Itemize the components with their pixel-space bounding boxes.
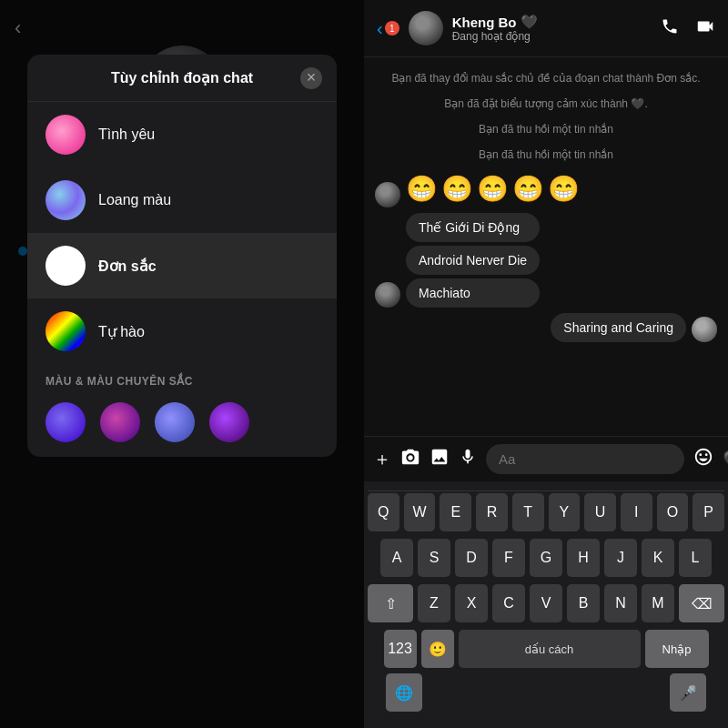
emoji-message-row: 😁 😁 😁 😁 😁 [375,170,717,207]
keyboard-row-2: A S D F G H J K L [368,539,724,577]
key-c[interactable]: C [492,584,525,622]
key-l[interactable]: L [679,539,712,577]
bubble-sharing: Sharing and Caring [551,313,686,342]
key-j[interactable]: J [604,539,637,577]
key-y[interactable]: Y [549,493,581,531]
key-b[interactable]: B [567,584,600,622]
keyboard-bottom-row: 123 🙂 dấu cách Nhập [368,630,724,673]
key-h[interactable]: H [567,539,600,577]
keyboard-bottom-extras: 🌐 🎤 [368,673,724,717]
chat-contact-name: Kheng Bo 🖤 [452,14,652,30]
key-z[interactable]: Z [418,584,450,622]
keyboard-row-3: ⇧ Z X C V B N M ⌫ [368,584,724,622]
key-x[interactable]: X [455,584,488,622]
theme-label-don-sac: Đơn sắc [98,258,157,275]
key-a[interactable]: A [380,539,413,577]
theme-circle-don-sac [46,246,86,286]
theme-circle-love [46,115,86,155]
mic-icon[interactable] [459,448,477,470]
theme-modal: Tùy chỉnh đoạn chat × Tình yêu Loang màu… [27,55,337,457]
key-k[interactable]: K [642,539,674,577]
emoji-row: 😁 😁 😁 😁 😁 [406,170,580,207]
message-input[interactable] [486,444,684,474]
swatch-4[interactable] [209,402,249,442]
heart-icon[interactable]: 🖤 [723,449,728,470]
bubble-group-row: Thế Giới Di Động Android Nerver Die Mach… [375,213,717,308]
key-d[interactable]: D [455,539,488,577]
system-msg-2: Bạn đã đặt biểu tượng cảm xúc thành 🖤. [375,94,717,114]
key-e[interactable]: E [440,493,471,531]
swatch-2[interactable] [100,402,140,442]
modal-close-button[interactable]: × [300,67,322,89]
modal-title: Tùy chỉnh đoạn chat [111,69,253,86]
microphone-kb-key[interactable]: 🎤 [670,673,706,712]
key-r[interactable]: R [476,493,508,531]
input-bar: ＋ 🖤 [364,436,728,481]
key-v[interactable]: V [530,584,562,622]
video-button[interactable] [695,16,715,41]
theme-label-tinh-yeu: Tình yêu [98,126,155,143]
keyboard-row-1: Q W E R T Y U I O P [368,493,724,531]
theme-option-don-sac[interactable]: Đơn sắc [27,233,337,298]
key-i[interactable]: I [621,493,652,531]
bubble-1: Thế Giới Di Động [406,213,540,242]
emoji-picker-icon[interactable] [693,447,713,471]
receiver-avatar [692,317,717,342]
phone-button[interactable] [661,17,679,40]
system-msg-1: Bạn đã thay đổi màu sắc chủ đề của đoạn … [375,68,717,88]
bubble-2: Android Nerver Die [406,246,540,275]
messages-area: Bạn đã thay đổi màu sắc chủ đề của đoạn … [364,57,728,436]
space-key[interactable]: dấu cách [459,630,641,668]
color-section-label: MÀU & MÀU CHUYÊN SẮC [27,364,337,395]
chat-header-actions [661,16,715,41]
key-t[interactable]: T [512,493,544,531]
image-icon[interactable] [430,447,450,471]
key-n[interactable]: N [604,584,637,622]
chat-contact-status: Đang hoạt động [452,30,652,43]
camera-icon[interactable] [400,447,420,471]
theme-circle-loang [46,180,86,220]
plus-icon[interactable]: ＋ [373,447,391,471]
swatch-3[interactable] [155,402,195,442]
chat-header-avatar [409,11,443,46]
sender-avatar-bubbles [375,282,400,308]
chat-header: ‹ 1 Kheng Bo 🖤 Đang hoạt động [364,0,728,57]
chat-back-button[interactable]: ‹ 1 [377,18,399,39]
key-u[interactable]: U [584,493,616,531]
system-msg-3: Bạn đã thu hồi một tin nhắn [375,119,717,139]
num-key[interactable]: 123 [384,630,417,668]
theme-label-loang-mau: Loang màu [98,192,171,208]
chat-header-info: Kheng Bo 🖤 Đang hoạt động [452,14,652,43]
key-p[interactable]: P [693,493,724,531]
backspace-key[interactable]: ⌫ [679,584,724,622]
system-msg-4: Bạn đã thu hồi một tin nhắn [375,145,717,165]
right-panel: ‹ 1 Kheng Bo 🖤 Đang hoạt động Bạn đã tha… [364,0,728,728]
key-w[interactable]: W [404,493,436,531]
globe-key[interactable]: 🌐 [386,673,422,712]
modal-overlay: Tùy chỉnh đoạn chat × Tình yêu Loang màu… [0,0,364,728]
theme-label-tu-hao: Tự hào [98,323,145,340]
key-q[interactable]: Q [368,493,399,531]
left-panel: ‹ Kheng Bo 🖤 f Trang cá nhân 🔔 Tắt thông… [0,0,364,728]
theme-option-loang-mau[interactable]: Loang màu [27,167,337,233]
shift-key[interactable]: ⇧ [368,584,413,622]
key-f[interactable]: F [492,539,525,577]
theme-option-tinh-yeu[interactable]: Tình yêu [27,102,337,167]
key-o[interactable]: O [657,493,689,531]
bubble-3: Machiato [406,278,540,308]
color-swatches [27,395,337,457]
enter-key[interactable]: Nhập [645,630,709,668]
keyboard-divider [368,490,724,491]
key-s[interactable]: S [418,539,450,577]
key-g[interactable]: G [530,539,562,577]
theme-circle-tu-hao [46,311,86,351]
theme-option-tu-hao[interactable]: Tự hào [27,298,337,364]
bubble-right-row: Sharing and Caring [375,313,717,342]
message-badge: 1 [385,21,399,35]
sender-avatar-emoji [375,182,400,207]
keyboard: Q W E R T Y U I O P A S D F G H J K L ⇧ … [364,481,728,728]
modal-header: Tùy chỉnh đoạn chat × [27,55,337,102]
emoji-kb-key[interactable]: 🙂 [421,630,454,668]
key-m[interactable]: M [642,584,674,622]
swatch-1[interactable] [46,402,86,442]
